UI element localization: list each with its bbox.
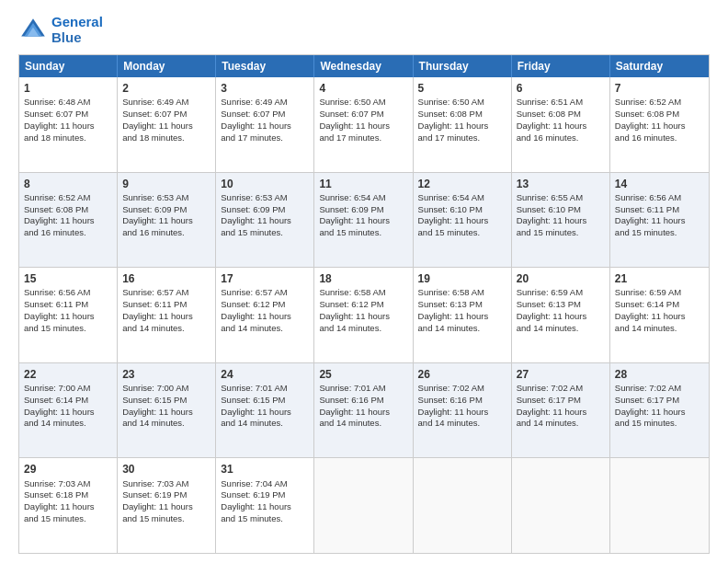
day-info-line-1: Sunset: 6:10 PM: [517, 204, 605, 216]
day-info-line-2: Daylight: 11 hours: [24, 121, 112, 132]
day-info-line-3: and 15 minutes.: [615, 418, 704, 430]
day-info-line-1: Sunset: 6:07 PM: [319, 109, 407, 121]
day-info-line-0: Sunrise: 6:52 AM: [24, 192, 112, 204]
day-info-line-1: Sunset: 6:12 PM: [221, 299, 309, 311]
day-info-line-3: and 15 minutes.: [615, 227, 704, 239]
day-cell-21: 21Sunrise: 6:59 AMSunset: 6:14 PMDayligh…: [610, 268, 709, 362]
day-info-line-2: Daylight: 11 hours: [24, 215, 112, 227]
day-number: 3: [221, 81, 309, 96]
day-cell-10: 10Sunrise: 6:53 AMSunset: 6:09 PMDayligh…: [216, 173, 314, 268]
day-info-line-0: Sunrise: 6:50 AM: [418, 97, 506, 109]
day-cell-13: 13Sunrise: 6:55 AMSunset: 6:10 PMDayligh…: [512, 173, 610, 268]
day-number: 1: [24, 81, 112, 96]
day-info-line-3: and 14 minutes.: [122, 323, 210, 335]
day-header-wednesday: Wednesday: [314, 55, 413, 77]
day-info-line-2: Daylight: 11 hours: [122, 121, 210, 132]
day-info-line-0: Sunrise: 6:49 AM: [221, 97, 309, 109]
calendar-row-4: 22Sunrise: 7:00 AMSunset: 6:14 PMDayligh…: [19, 362, 709, 458]
day-info-line-3: and 15 minutes.: [221, 227, 309, 239]
day-info-line-1: Sunset: 6:16 PM: [319, 395, 407, 407]
day-number: 27: [517, 367, 605, 382]
day-header-tuesday: Tuesday: [216, 55, 314, 77]
day-info-line-0: Sunrise: 6:57 AM: [122, 287, 210, 299]
day-info-line-1: Sunset: 6:11 PM: [24, 299, 112, 311]
day-cell-2: 2Sunrise: 6:49 AMSunset: 6:07 PMDaylight…: [118, 77, 216, 172]
day-header-friday: Friday: [512, 55, 610, 77]
logo-text: General Blue: [51, 15, 103, 45]
day-number: 14: [615, 177, 704, 191]
day-info-line-2: Daylight: 11 hours: [615, 407, 704, 419]
day-info-line-0: Sunrise: 6:50 AM: [319, 97, 407, 109]
day-info-line-1: Sunset: 6:13 PM: [517, 299, 605, 311]
day-info-line-1: Sunset: 6:17 PM: [615, 395, 704, 407]
day-info-line-1: Sunset: 6:08 PM: [24, 204, 112, 216]
day-cell-19: 19Sunrise: 6:58 AMSunset: 6:13 PMDayligh…: [414, 268, 512, 362]
day-info-line-0: Sunrise: 7:03 AM: [122, 478, 210, 490]
day-number: 28: [615, 367, 704, 382]
empty-cell: [512, 458, 610, 553]
day-cell-4: 4Sunrise: 6:50 AMSunset: 6:07 PMDaylight…: [314, 77, 413, 172]
day-number: 7: [615, 81, 704, 96]
day-info-line-0: Sunrise: 6:58 AM: [418, 287, 506, 299]
day-info-line-1: Sunset: 6:09 PM: [319, 204, 407, 216]
day-info-line-3: and 16 minutes.: [24, 227, 112, 239]
day-number: 22: [24, 367, 112, 382]
day-cell-6: 6Sunrise: 6:51 AMSunset: 6:08 PMDaylight…: [512, 77, 610, 172]
day-info-line-0: Sunrise: 7:01 AM: [221, 383, 309, 395]
day-cell-15: 15Sunrise: 6:56 AMSunset: 6:11 PMDayligh…: [19, 268, 118, 362]
day-info-line-3: and 14 minutes.: [418, 418, 506, 430]
day-info-line-3: and 17 minutes.: [418, 132, 506, 144]
logo-icon: [18, 16, 48, 45]
day-info-line-3: and 16 minutes.: [615, 132, 704, 144]
day-info-line-1: Sunset: 6:15 PM: [122, 395, 210, 407]
day-info-line-0: Sunrise: 6:53 AM: [122, 192, 210, 204]
day-info-line-2: Daylight: 11 hours: [418, 215, 506, 227]
day-number: 30: [122, 462, 210, 477]
day-header-thursday: Thursday: [414, 55, 512, 77]
day-cell-24: 24Sunrise: 7:01 AMSunset: 6:15 PMDayligh…: [216, 363, 314, 458]
day-number: 25: [319, 367, 407, 382]
page: General Blue SundayMondayTuesdayWednesda…: [0, 0, 728, 563]
day-info-line-1: Sunset: 6:11 PM: [615, 204, 704, 216]
day-info-line-1: Sunset: 6:08 PM: [418, 109, 506, 121]
day-cell-5: 5Sunrise: 6:50 AMSunset: 6:08 PMDaylight…: [414, 77, 512, 172]
day-info-line-1: Sunset: 6:16 PM: [418, 395, 506, 407]
day-number: 9: [122, 177, 210, 191]
day-number: 23: [122, 367, 210, 382]
day-info-line-2: Daylight: 11 hours: [24, 311, 112, 323]
logo: General Blue: [18, 15, 103, 45]
day-cell-7: 7Sunrise: 6:52 AMSunset: 6:08 PMDaylight…: [610, 77, 709, 172]
day-info-line-1: Sunset: 6:14 PM: [615, 299, 704, 311]
day-cell-14: 14Sunrise: 6:56 AMSunset: 6:11 PMDayligh…: [610, 173, 709, 268]
day-number: 31: [221, 462, 309, 477]
day-info-line-2: Daylight: 11 hours: [615, 121, 704, 132]
day-info-line-0: Sunrise: 7:01 AM: [319, 383, 407, 395]
day-number: 18: [319, 271, 407, 286]
day-cell-27: 27Sunrise: 7:02 AMSunset: 6:17 PMDayligh…: [512, 363, 610, 458]
day-info-line-2: Daylight: 11 hours: [615, 311, 704, 323]
day-info-line-0: Sunrise: 6:56 AM: [615, 192, 704, 204]
header: General Blue: [18, 15, 710, 45]
calendar-body: 1Sunrise: 6:48 AMSunset: 6:07 PMDaylight…: [19, 77, 709, 553]
day-number: 13: [517, 177, 605, 191]
day-number: 20: [517, 271, 605, 286]
day-info-line-1: Sunset: 6:18 PM: [24, 489, 112, 501]
day-info-line-1: Sunset: 6:08 PM: [615, 109, 704, 121]
day-info-line-0: Sunrise: 6:58 AM: [319, 287, 407, 299]
day-number: 10: [221, 177, 309, 191]
day-number: 26: [418, 367, 506, 382]
day-info-line-2: Daylight: 11 hours: [221, 311, 309, 323]
day-info-line-3: and 15 minutes.: [319, 227, 407, 239]
day-info-line-2: Daylight: 11 hours: [517, 311, 605, 323]
day-info-line-2: Daylight: 11 hours: [319, 121, 407, 132]
day-info-line-1: Sunset: 6:17 PM: [517, 395, 605, 407]
day-cell-18: 18Sunrise: 6:58 AMSunset: 6:12 PMDayligh…: [314, 268, 413, 362]
day-cell-30: 30Sunrise: 7:03 AMSunset: 6:19 PMDayligh…: [118, 458, 216, 553]
day-info-line-1: Sunset: 6:11 PM: [122, 299, 210, 311]
day-number: 6: [517, 81, 605, 96]
day-cell-17: 17Sunrise: 6:57 AMSunset: 6:12 PMDayligh…: [216, 268, 314, 362]
day-cell-3: 3Sunrise: 6:49 AMSunset: 6:07 PMDaylight…: [216, 77, 314, 172]
day-info-line-1: Sunset: 6:15 PM: [221, 395, 309, 407]
day-info-line-2: Daylight: 11 hours: [615, 215, 704, 227]
empty-cell: [314, 458, 413, 553]
